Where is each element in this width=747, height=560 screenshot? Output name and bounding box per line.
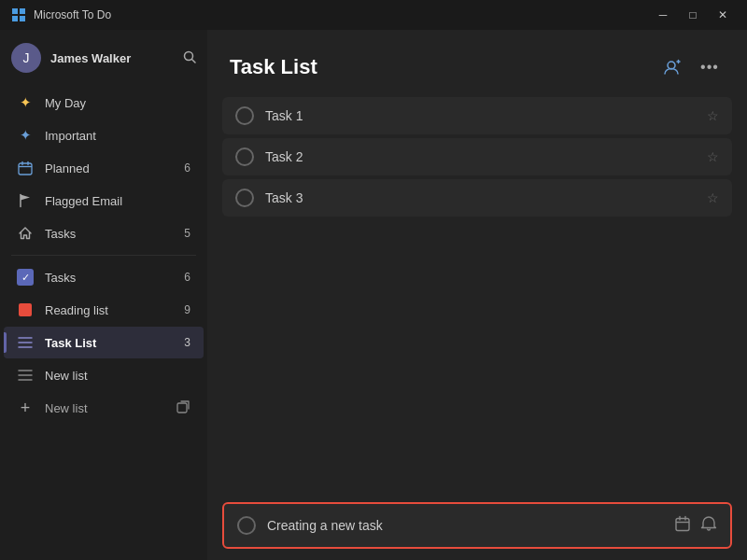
- sidebar-divider: [11, 255, 196, 256]
- sidebar-item-new-list[interactable]: New list: [4, 359, 204, 391]
- task-row[interactable]: Task 1 ☆: [222, 97, 732, 134]
- sidebar-item-label: New list: [45, 369, 190, 383]
- sidebar-item-badge: 5: [184, 227, 190, 240]
- main-header: Task List •••: [207, 30, 747, 97]
- svg-line-5: [192, 59, 196, 63]
- close-button[interactable]: ✕: [710, 6, 736, 24]
- search-icon[interactable]: [183, 50, 196, 66]
- title-bar: Microsoft To Do ─ □ ✕: [0, 0, 747, 30]
- sidebar-item-tasks-list[interactable]: ✓ Tasks 6: [4, 261, 204, 293]
- sidebar-item-label: My Day: [45, 96, 190, 110]
- sidebar-item-badge: 9: [184, 303, 190, 316]
- sidebar-item-important[interactable]: ✦ Important: [4, 119, 204, 151]
- more-options-button[interactable]: •••: [695, 52, 725, 82]
- task-complete-circle[interactable]: [235, 189, 254, 207]
- task-row[interactable]: Task 3 ☆: [222, 179, 732, 217]
- ellipsis-icon: •••: [700, 59, 719, 76]
- sidebar-item-tasks[interactable]: Tasks 5: [4, 217, 204, 249]
- svg-rect-0: [12, 8, 18, 14]
- new-list-icon: [17, 367, 34, 384]
- task-complete-circle[interactable]: [235, 147, 254, 166]
- task-name: Task 2: [265, 149, 696, 164]
- sidebar: J James Walker ✦ My Day ✦ Important: [0, 30, 207, 560]
- avatar: J: [11, 43, 41, 73]
- task-complete-circle[interactable]: [235, 106, 254, 125]
- svg-rect-6: [19, 163, 32, 175]
- sidebar-item-badge: 6: [184, 161, 190, 175]
- page-title: Task List: [230, 55, 317, 79]
- app-container: J James Walker ✦ My Day ✦ Important: [0, 30, 747, 560]
- svg-rect-16: [177, 403, 187, 413]
- task-star-icon[interactable]: ☆: [707, 149, 719, 164]
- sidebar-item-label: Reading list: [45, 303, 173, 317]
- task-list: Task 1 ☆ Task 2 ☆ Task 3 ☆: [207, 97, 747, 491]
- sidebar-item-label: Important: [45, 129, 190, 143]
- list-icon: [17, 334, 34, 351]
- title-bar-title: Microsoft To Do: [34, 8, 111, 21]
- profile-name: James Walker: [50, 51, 174, 65]
- assign-button[interactable]: [657, 52, 687, 82]
- main-content: Task List ••• Task 1: [207, 30, 747, 560]
- sidebar-item-badge: 6: [184, 271, 190, 284]
- sidebar-nav: ✦ My Day ✦ Important Planned: [0, 86, 207, 560]
- star-icon: ✦: [17, 127, 34, 144]
- new-task-actions: [674, 515, 717, 536]
- new-list-label: New list: [45, 401, 164, 415]
- task-star-icon[interactable]: ☆: [707, 190, 719, 205]
- svg-rect-20: [676, 519, 689, 531]
- sidebar-item-label: Planned: [45, 161, 173, 175]
- sidebar-item-flagged-email[interactable]: Flagged Email: [4, 185, 204, 217]
- header-actions: •••: [657, 52, 725, 82]
- svg-rect-2: [12, 16, 18, 21]
- checkbox-icon: ✓: [17, 269, 34, 286]
- new-task-circle-icon: [237, 516, 256, 535]
- sidebar-item-label: Flagged Email: [45, 194, 190, 208]
- minimize-button[interactable]: ─: [650, 6, 676, 24]
- new-task-bar: [222, 502, 732, 549]
- new-task-input[interactable]: [267, 518, 663, 533]
- svg-rect-3: [20, 16, 25, 21]
- sidebar-profile[interactable]: J James Walker: [0, 30, 207, 86]
- sidebar-item-reading-list[interactable]: Reading list 9: [4, 294, 204, 326]
- task-due-date-button[interactable]: [674, 515, 691, 536]
- maximize-button[interactable]: □: [680, 6, 706, 24]
- flag-icon: [17, 192, 34, 209]
- sidebar-item-label: Task List: [45, 336, 173, 350]
- svg-rect-1: [20, 8, 25, 14]
- new-list-icon-right: [176, 399, 190, 417]
- sidebar-item-task-list[interactable]: Task List 3: [4, 327, 204, 358]
- task-name: Task 1: [265, 108, 696, 123]
- sidebar-item-planned[interactable]: Planned 6: [4, 152, 204, 184]
- task-name: Task 3: [265, 190, 696, 205]
- app-logo-icon: [11, 7, 26, 22]
- sun-icon: ✦: [17, 94, 34, 111]
- plus-icon: +: [17, 400, 34, 417]
- home-icon: [17, 225, 34, 242]
- title-bar-left: Microsoft To Do: [11, 7, 111, 22]
- task-reminder-button[interactable]: [700, 515, 717, 536]
- sidebar-item-my-day[interactable]: ✦ My Day: [4, 87, 204, 119]
- title-bar-controls: ─ □ ✕: [650, 6, 736, 24]
- calendar-icon: [17, 160, 34, 176]
- sidebar-item-label: Tasks: [45, 271, 173, 285]
- task-star-icon[interactable]: ☆: [707, 108, 719, 123]
- sidebar-item-label: Tasks: [45, 227, 173, 241]
- task-row[interactable]: Task 2 ☆: [222, 138, 732, 175]
- add-new-list-button[interactable]: + New list: [4, 392, 204, 425]
- sidebar-item-badge: 3: [184, 336, 190, 349]
- reading-list-icon: [17, 301, 34, 318]
